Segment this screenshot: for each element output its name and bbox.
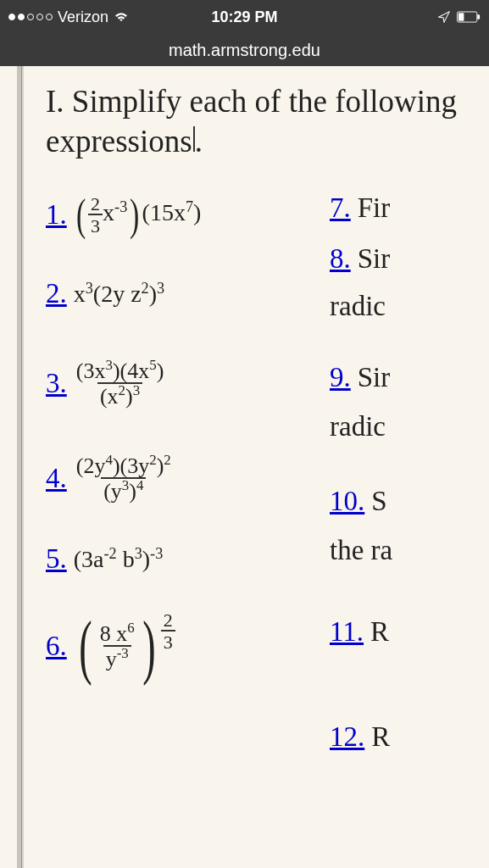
svg-rect-2: [458, 13, 464, 20]
problem-3: 3. (3x3)(4x5)(x2)3: [46, 340, 330, 428]
problem-9: 9. Sir: [330, 362, 489, 409]
left-margin: [0, 66, 17, 868]
problem-12: 12. R: [330, 721, 489, 769]
problem-8-line2: radic: [330, 291, 489, 338]
problem-4: 4. (2y4)(3y2)2(y3)4: [46, 435, 330, 523]
problem-1: 1. (23x-3)(15x7): [46, 182, 330, 248]
problem-link-5[interactable]: 5.: [46, 543, 67, 575]
math-expr-5: (3a-2 b3)-3: [74, 548, 164, 571]
problem-2: 2. x3(2y z2)3: [46, 255, 330, 333]
location-icon: [438, 11, 450, 23]
problem-link-6[interactable]: 6.: [46, 631, 67, 662]
status-right: [438, 11, 481, 23]
problem-link-12[interactable]: 12.: [330, 721, 364, 753]
problem-link-8[interactable]: 8.: [330, 243, 351, 275]
section-heading: I. Simplify each of the following expres…: [46, 81, 489, 162]
problems-col-1: 1. (23x-3)(15x7) 2. x3(2y z2)3 3. (3x3)(…: [46, 182, 330, 769]
problem-link-1[interactable]: 1.: [46, 199, 67, 231]
status-bar: Verizon 10:29 PM: [0, 0, 489, 34]
problems-grid: 1. (23x-3)(15x7) 2. x3(2y z2)3 3. (3x3)(…: [46, 182, 489, 769]
problem-link-7[interactable]: 7.: [330, 192, 351, 224]
problem-6: 6. (8 x6y-3)23: [46, 596, 330, 698]
carrier-label: Verizon: [58, 8, 108, 26]
problem-10-text: S: [371, 486, 386, 517]
math-expr-6: (8 x6y-3)23: [74, 618, 175, 675]
problem-8-text: Sir: [358, 243, 391, 275]
math-expr-1: (23x-3)(15x7): [74, 193, 202, 237]
problem-7-text: Fir: [358, 192, 391, 224]
status-left: Verizon: [8, 8, 129, 26]
wifi-icon: [114, 11, 129, 23]
main-content: I. Simplify each of the following expres…: [27, 66, 489, 868]
problem-link-2[interactable]: 2.: [46, 278, 67, 309]
problem-11: 11. R: [330, 616, 489, 664]
problem-link-10[interactable]: 10.: [330, 486, 364, 517]
problem-link-9[interactable]: 9.: [330, 362, 351, 393]
status-time: 10:29 PM: [211, 8, 277, 26]
problem-10-line2: the ra: [330, 535, 489, 582]
problem-link-11[interactable]: 11.: [330, 616, 364, 648]
problem-5: 5. (3a-2 b3)-3: [46, 530, 330, 589]
problem-10: 10. S: [330, 486, 489, 533]
problem-11-text: R: [370, 616, 389, 648]
problem-link-4[interactable]: 4.: [46, 463, 67, 494]
vertical-rule-2: [22, 66, 24, 868]
signal-strength-icon: [8, 14, 53, 20]
problem-link-3[interactable]: 3.: [46, 368, 67, 399]
problem-9-line2: radic: [330, 411, 489, 459]
math-expr-2: x3(2y z2)3: [74, 282, 164, 306]
math-expr-3: (3x3)(4x5)(x2)3: [74, 360, 167, 408]
svg-rect-1: [477, 14, 480, 19]
problem-7: 7. Fir: [330, 192, 489, 240]
math-expr-4: (2y4)(3y2)2(y3)4: [74, 455, 174, 503]
problem-8: 8. Sir: [330, 243, 489, 291]
problems-col-2: 7. Fir 8. Sir radic 9. Sir radic 10. S t…: [330, 182, 489, 769]
battery-icon: [457, 11, 481, 23]
url-bar[interactable]: math.armstrong.edu: [0, 34, 489, 66]
problem-9-text: Sir: [358, 362, 391, 393]
problem-12-text: R: [371, 721, 390, 753]
page-content: I. Simplify each of the following expres…: [0, 66, 489, 868]
url-text: math.armstrong.edu: [169, 41, 320, 60]
